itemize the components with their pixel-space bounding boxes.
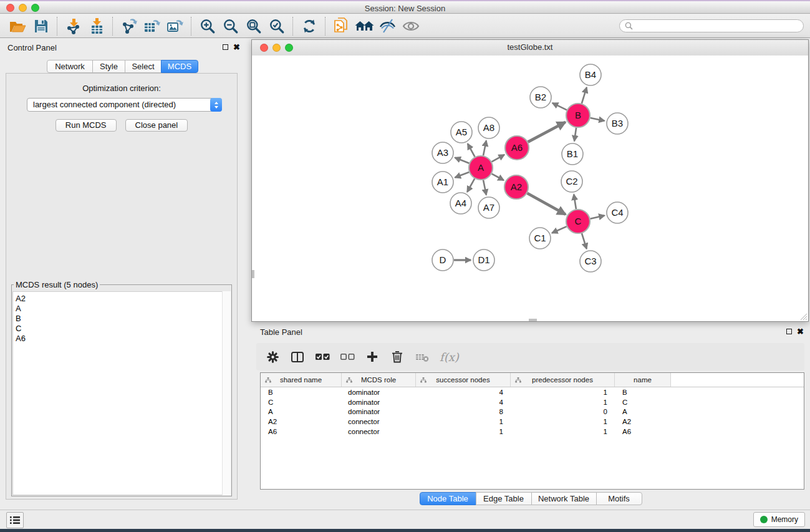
- tab-edge-table[interactable]: Edge Table: [476, 492, 532, 505]
- close-table-panel-icon[interactable]: ✖: [797, 328, 804, 335]
- column-header-name[interactable]: name: [615, 373, 671, 387]
- show-panels-list-button[interactable]: [6, 512, 24, 528]
- import-network-icon[interactable]: [62, 16, 85, 36]
- float-panel-icon[interactable]: [223, 44, 228, 50]
- node-B3[interactable]: B3: [607, 113, 628, 134]
- run-mcds-button[interactable]: Run MCDS: [55, 119, 117, 132]
- function-builder-icon[interactable]: f(x): [440, 348, 459, 365]
- open-session-icon[interactable]: [6, 16, 29, 36]
- table-cell[interactable]: 1: [511, 389, 615, 396]
- table-cell[interactable]: dominator: [342, 399, 416, 406]
- node-A8[interactable]: A8: [478, 117, 499, 138]
- node-B1[interactable]: B1: [562, 143, 583, 165]
- edge-B-B4[interactable]: [582, 87, 587, 104]
- save-session-icon[interactable]: [29, 16, 52, 36]
- criterion-dropdown[interactable]: largest connected component (directed): [27, 98, 222, 112]
- table-cell[interactable]: A6: [261, 428, 342, 435]
- node-B[interactable]: B: [566, 104, 590, 127]
- table-cell[interactable]: C: [615, 399, 671, 406]
- table-cell[interactable]: A6: [615, 428, 671, 435]
- edge-A-A2[interactable]: [492, 174, 504, 180]
- node-C1[interactable]: C1: [529, 228, 551, 249]
- float-table-panel-icon[interactable]: [786, 329, 792, 334]
- edge-C-C4[interactable]: [591, 216, 605, 219]
- export-image-icon[interactable]: [163, 16, 186, 36]
- table-cell[interactable]: B: [615, 389, 671, 396]
- table-row[interactable]: A2connector11A2: [261, 417, 804, 427]
- search-box[interactable]: [619, 19, 804, 32]
- edge-A2-C[interactable]: [527, 193, 565, 215]
- node-A2[interactable]: A2: [504, 175, 528, 199]
- mcds-result-item[interactable]: B: [16, 314, 230, 324]
- show-all-eye-icon[interactable]: [399, 16, 422, 36]
- column-header-mcds-role[interactable]: MCDS role: [342, 373, 416, 387]
- mcds-result-scrollbar[interactable]: [222, 291, 231, 495]
- zoom-in-icon[interactable]: [196, 16, 219, 36]
- node-B4[interactable]: B4: [580, 64, 601, 85]
- hide-selected-eye-icon[interactable]: [376, 16, 399, 36]
- column-header-successor-nodes[interactable]: successor nodes: [416, 373, 511, 387]
- table-cell[interactable]: A: [615, 408, 671, 415]
- tab-node-table[interactable]: Node Table: [420, 492, 476, 505]
- tab-style[interactable]: Style: [92, 60, 125, 73]
- node-D1[interactable]: D1: [473, 249, 494, 271]
- edge-B-B1[interactable]: [574, 128, 576, 141]
- table-cell[interactable]: A2: [615, 418, 671, 425]
- node-table[interactable]: shared nameMCDS rolesuccessor nodesprede…: [260, 372, 804, 490]
- mcds-result-item[interactable]: A2: [16, 294, 230, 304]
- dropdown-stepper-icon[interactable]: [210, 98, 222, 112]
- node-A3[interactable]: A3: [432, 142, 453, 163]
- import-table-icon[interactable]: [85, 16, 108, 36]
- table-cell[interactable]: 1: [511, 418, 615, 425]
- table-row[interactable]: Cdominator41C: [261, 397, 804, 407]
- table-cell[interactable]: A: [261, 408, 342, 415]
- mcds-result-item[interactable]: A: [16, 304, 230, 314]
- edge-C-C2[interactable]: [574, 195, 576, 209]
- edge-A6-B[interactable]: [528, 122, 566, 142]
- node-C4[interactable]: C4: [607, 202, 628, 223]
- table-row[interactable]: A6connector11A6: [261, 427, 804, 437]
- mcds-result-item[interactable]: A6: [16, 334, 230, 344]
- edge-B-B2[interactable]: [552, 103, 567, 110]
- toggle-columns-icon[interactable]: [290, 348, 305, 365]
- node-A7[interactable]: A7: [478, 197, 499, 218]
- table-settings-gear-icon[interactable]: [265, 348, 280, 365]
- zoom-fit-icon[interactable]: [242, 16, 265, 36]
- edge-C-C3[interactable]: [582, 233, 587, 249]
- first-neighbors-icon[interactable]: [353, 16, 376, 36]
- tab-network-table[interactable]: Network Table: [531, 492, 597, 505]
- tab-mcds[interactable]: MCDS: [161, 60, 198, 73]
- export-network-icon[interactable]: [117, 16, 140, 36]
- memory-button[interactable]: Memory: [753, 512, 805, 527]
- table-cell[interactable]: 1: [416, 418, 511, 425]
- delete-column-trash-icon[interactable]: [390, 348, 405, 365]
- tab-network[interactable]: Network: [47, 60, 93, 73]
- table-cell[interactable]: 1: [511, 399, 615, 406]
- edge-A-A1[interactable]: [455, 172, 470, 178]
- table-cell[interactable]: 1: [416, 428, 511, 435]
- zoom-out-icon[interactable]: [219, 16, 242, 36]
- tab-motifs[interactable]: Motifs: [596, 492, 642, 505]
- node-B2[interactable]: B2: [530, 87, 551, 108]
- edge-B-B3[interactable]: [591, 118, 605, 121]
- node-D[interactable]: D: [432, 249, 453, 271]
- search-input[interactable]: [636, 21, 798, 31]
- node-A1[interactable]: A1: [432, 172, 453, 193]
- deselect-all-rows-icon[interactable]: [340, 348, 355, 365]
- select-all-rows-icon[interactable]: [315, 348, 330, 365]
- node-A5[interactable]: A5: [451, 122, 472, 143]
- zoom-selected-icon[interactable]: [265, 16, 288, 36]
- mcds-result-item[interactable]: C: [16, 324, 230, 334]
- table-cell[interactable]: dominator: [342, 389, 416, 396]
- table-cell[interactable]: connector: [342, 428, 416, 435]
- column-header-predecessor-nodes[interactable]: predecessor nodes: [511, 373, 615, 387]
- new-network-from-selection-icon[interactable]: [330, 16, 353, 36]
- column-header-shared-name[interactable]: shared name: [261, 373, 342, 387]
- vertical-scroll-thumb[interactable]: [252, 270, 254, 278]
- edge-A-A6[interactable]: [492, 155, 504, 162]
- table-cell[interactable]: C: [261, 399, 342, 406]
- apply-layout-refresh-icon[interactable]: [297, 16, 321, 36]
- edge-A-A7[interactable]: [483, 180, 486, 195]
- resize-grip-icon[interactable]: [799, 312, 808, 321]
- mcds-result-list[interactable]: A2ABCA6: [12, 291, 231, 495]
